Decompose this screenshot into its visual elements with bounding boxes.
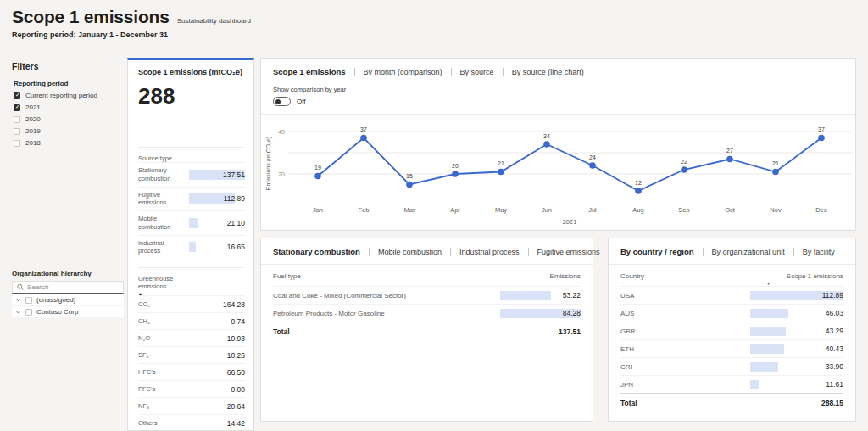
column-header-scope1-emissions[interactable]: Scope 1 emissions <box>787 272 843 280</box>
greenhouse-row[interactable]: N₂O10.93 <box>138 329 245 346</box>
tab-mobile-combustion[interactable]: Mobile combustion <box>369 248 450 256</box>
data-point[interactable] <box>681 166 687 173</box>
tab-by-organizational-unit[interactable]: By organizational unit <box>703 248 793 256</box>
country-table-row[interactable]: USA 112.89 <box>620 286 843 304</box>
tab-by-country-region[interactable]: By country / region <box>620 247 703 256</box>
tree-item-label: (unassigned) <box>36 296 75 304</box>
checkbox[interactable] <box>25 309 32 316</box>
greenhouse-row[interactable]: SF₆10.26 <box>138 346 245 363</box>
filter-group-reporting-period: Reporting period <box>14 80 122 87</box>
org-hierarchy-search[interactable] <box>12 281 124 294</box>
tab-industrial-process[interactable]: Industrial process <box>450 248 528 256</box>
data-bar <box>189 218 198 228</box>
divider <box>138 147 245 148</box>
data-bar <box>500 291 551 300</box>
scope1-kpi-card: Scope 1 emissions (mtCO₂e) 288 Source ty… <box>127 58 254 431</box>
data-point-label: 27 <box>726 148 733 154</box>
tab-by-month-comparison[interactable]: By month (comparison) <box>354 68 451 76</box>
comparison-toggle-label: Show comparison by year <box>273 86 855 93</box>
column-header-fuel-type[interactable]: Fuel type <box>273 272 301 280</box>
tab-stationary-combustion[interactable]: Stationary combustion <box>273 247 369 256</box>
greenhouse-row[interactable]: Others14.42 <box>138 414 245 431</box>
x-tick-label: Nov <box>770 206 782 214</box>
checkbox[interactable] <box>14 128 20 135</box>
filter-option-current-reporting-period[interactable]: Current reporting period <box>14 92 122 99</box>
x-tick-label: Mar <box>404 206 415 214</box>
checkbox[interactable] <box>14 140 20 147</box>
data-point[interactable] <box>726 156 733 163</box>
tab-fugitive-emissions[interactable]: Fugitive emissions <box>528 248 609 256</box>
data-bar <box>189 242 196 252</box>
sort-descending-icon[interactable]: ▼ <box>766 281 771 286</box>
data-bar <box>750 309 788 318</box>
chevron-down-icon[interactable] <box>14 309 21 316</box>
tree-item-unassigned[interactable]: (unassigned) <box>12 294 124 305</box>
tab-by-source[interactable]: By source <box>451 68 503 76</box>
data-point[interactable] <box>543 141 550 148</box>
y-tick-label: 40 <box>278 129 285 135</box>
data-point[interactable] <box>498 169 504 176</box>
x-tick-label: Oct <box>725 206 736 214</box>
source-type-heading: Source type <box>138 154 245 162</box>
country-table-row[interactable]: AUS 46.03 <box>620 304 843 322</box>
data-point[interactable] <box>314 173 321 180</box>
column-header-emissions[interactable]: Emissions <box>550 272 581 280</box>
source-type-row[interactable]: Industrial process 16.65 <box>138 235 245 260</box>
filter-option-2021[interactable]: 2021 <box>14 104 122 111</box>
tree-item-contoso-corp[interactable]: Contoso Corp <box>12 306 124 317</box>
source-type-row[interactable]: Mobile combustion 21.10 <box>138 210 245 235</box>
greenhouse-row[interactable]: CO₂164.28 <box>138 295 245 312</box>
data-point[interactable] <box>360 135 367 142</box>
filter-option-label: 2019 <box>25 127 41 135</box>
data-point-label: 21 <box>772 160 779 166</box>
page-title: Scope 1 emissions <box>12 7 170 27</box>
y-axis-title: Emissions (mtCO₂e) <box>265 137 272 190</box>
x-tick-label: Aug <box>632 206 643 214</box>
country-table-row[interactable]: JPN 11.61 <box>620 375 843 393</box>
data-point[interactable] <box>635 188 642 194</box>
tab-scope-1-emissions[interactable]: Scope 1 emissions <box>273 67 354 76</box>
x-tick-label: May <box>495 206 507 214</box>
checkbox[interactable] <box>14 92 20 99</box>
filter-option-2019[interactable]: 2019 <box>14 127 122 135</box>
data-point[interactable] <box>772 169 779 176</box>
country-table-row[interactable]: CRI 33.90 <box>620 357 843 375</box>
filter-option-label: 2018 <box>25 139 41 147</box>
data-bar <box>750 344 784 354</box>
x-tick-label: Sep <box>678 206 689 214</box>
x-tick-label: Feb <box>359 206 370 214</box>
data-point[interactable] <box>818 135 825 142</box>
comparison-toggle[interactable] <box>273 97 291 106</box>
data-point[interactable] <box>452 171 459 177</box>
data-point-label: 21 <box>498 160 504 166</box>
greenhouse-row[interactable]: CH₄0.74 <box>138 312 245 329</box>
checkbox[interactable] <box>14 116 20 123</box>
data-point-label: 12 <box>635 180 642 186</box>
org-hierarchy-heading: Organizational hierarchy <box>12 270 124 277</box>
search-input[interactable] <box>27 283 119 291</box>
greenhouse-row[interactable]: HFC's66.58 <box>138 363 245 380</box>
tab-by-facility[interactable]: By facility <box>793 248 843 256</box>
stationary-combustion-panel: Stationary combustion Mobile combustion … <box>260 238 593 422</box>
source-type-row[interactable]: Stationary combustion 137.51 <box>138 162 245 187</box>
greenhouse-row[interactable]: PFC's0.00 <box>138 380 245 397</box>
country-table-row[interactable]: ETH 40.43 <box>620 339 843 357</box>
combustion-panel-tabs: Stationary combustion Mobile combustion … <box>273 247 581 256</box>
emissions-series-line <box>318 138 821 192</box>
greenhouse-emissions-heading[interactable]: Greenhouse emissions ▲ <box>138 275 191 295</box>
greenhouse-row[interactable]: NF₃20.64 <box>138 397 245 414</box>
checkbox[interactable] <box>25 297 32 304</box>
source-type-row[interactable]: Fugitive emissions 112.89 <box>138 187 245 211</box>
column-header-country[interactable]: Country <box>620 272 644 280</box>
country-table-row[interactable]: GBR 43.29 <box>620 322 843 339</box>
filter-option-2018[interactable]: 2018 <box>14 139 122 147</box>
fuel-table-row[interactable]: Coal and Coke - Mixed (Commercial Sector… <box>273 286 581 304</box>
data-point[interactable] <box>406 182 413 188</box>
fuel-table-row[interactable]: Petroleum Products - Motor Gasoline 84.2… <box>273 304 581 322</box>
tab-by-source-line-chart[interactable]: By source (line chart) <box>503 68 593 76</box>
data-point[interactable] <box>589 162 596 169</box>
filter-option-2020[interactable]: 2020 <box>14 115 122 123</box>
checkbox[interactable] <box>14 104 20 111</box>
chevron-down-icon[interactable] <box>14 297 21 304</box>
x-axis-title: 2021 <box>563 218 577 226</box>
